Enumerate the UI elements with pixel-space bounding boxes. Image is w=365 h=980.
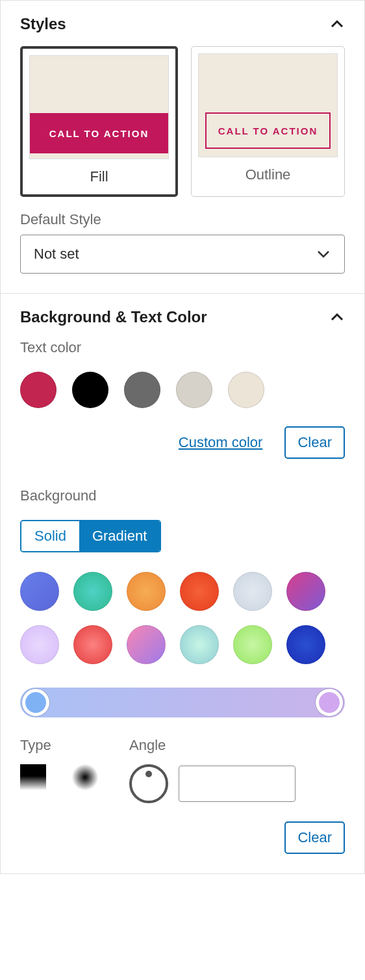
gradient-swatch[interactable]	[127, 572, 166, 611]
styles-title: Styles	[20, 15, 66, 33]
chevron-down-icon	[316, 246, 331, 262]
color-swatch[interactable]	[72, 372, 108, 408]
default-style-value: Not set	[34, 246, 79, 263]
type-label: Type	[20, 737, 98, 754]
style-preview: CALL TO ACTION	[198, 53, 338, 157]
gradient-swatch[interactable]	[286, 572, 325, 611]
style-option-outline[interactable]: CALL TO ACTION Outline	[191, 46, 345, 197]
gradient-stop-right[interactable]	[316, 689, 343, 716]
angle-knob[interactable]	[129, 764, 168, 803]
type-angle-row: Type Angle	[20, 737, 345, 803]
angle-label: Angle	[129, 737, 296, 754]
background-label: Background	[20, 487, 345, 504]
bg-mode-solid[interactable]: Solid	[21, 521, 79, 551]
color-swatch[interactable]	[124, 372, 160, 408]
clear-background-button[interactable]: Clear	[284, 821, 345, 854]
gradient-stop-left[interactable]	[22, 689, 49, 716]
custom-color-link[interactable]: Custom color	[179, 434, 263, 451]
gradient-swatch[interactable]	[127, 625, 166, 664]
text-color-label: Text color	[20, 339, 345, 356]
default-style-label: Default Style	[20, 211, 345, 228]
gradient-bar[interactable]	[20, 688, 345, 717]
style-option-label: Outline	[192, 157, 344, 192]
style-option-label: Fill	[23, 159, 175, 194]
styles-section: Styles CALL TO ACTION Fill CALL TO ACTIO…	[1, 1, 364, 293]
gradient-swatch[interactable]	[286, 625, 325, 664]
gradient-swatch[interactable]	[180, 625, 219, 664]
bg-text-header[interactable]: Background & Text Color	[20, 308, 345, 326]
clear-text-color-button[interactable]: Clear	[284, 426, 345, 459]
gradient-swatch[interactable]	[20, 572, 59, 611]
chevron-up-icon	[329, 16, 345, 32]
styles-header[interactable]: Styles	[20, 15, 345, 33]
gradient-swatch[interactable]	[20, 625, 59, 664]
text-color-swatches	[20, 372, 345, 408]
gradient-swatch[interactable]	[73, 572, 112, 611]
gradient-type-linear[interactable]	[20, 764, 46, 790]
bg-mode-toggle: Solid Gradient	[20, 520, 161, 552]
style-preview: CALL TO ACTION	[29, 55, 169, 159]
color-swatch[interactable]	[228, 372, 264, 408]
default-style-select[interactable]: Not set	[20, 235, 345, 274]
bg-mode-gradient[interactable]: Gradient	[79, 521, 160, 551]
gradient-swatch[interactable]	[233, 625, 272, 664]
gradient-swatches	[20, 572, 345, 664]
cta-preview-fill: CALL TO ACTION	[30, 113, 168, 153]
style-options: CALL TO ACTION Fill CALL TO ACTION Outli…	[20, 46, 345, 197]
color-swatch[interactable]	[176, 372, 212, 408]
gradient-swatch[interactable]	[73, 625, 112, 664]
block-settings-panel: Styles CALL TO ACTION Fill CALL TO ACTIO…	[0, 0, 365, 874]
style-option-fill[interactable]: CALL TO ACTION Fill	[20, 46, 178, 197]
angle-input[interactable]	[179, 766, 296, 802]
color-swatch[interactable]	[20, 372, 57, 408]
chevron-up-icon	[329, 309, 345, 325]
gradient-type-radial[interactable]	[72, 764, 98, 790]
bg-text-section: Background & Text Color Text color Custo…	[1, 293, 364, 873]
gradient-swatch[interactable]	[233, 572, 272, 611]
gradient-swatch[interactable]	[180, 572, 219, 611]
bg-text-title: Background & Text Color	[20, 308, 207, 326]
cta-preview-outline: CALL TO ACTION	[205, 112, 331, 149]
